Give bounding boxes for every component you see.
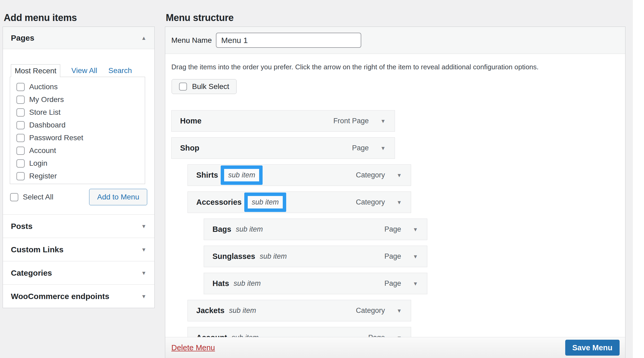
sub-item-label: sub item <box>234 279 261 288</box>
menu-item-type: Page <box>384 252 401 261</box>
page-label: My Orders <box>29 95 64 104</box>
chevron-down-icon[interactable]: ▼ <box>397 173 402 178</box>
page-label: Dashboard <box>29 121 66 129</box>
sidebar-section-woocommerce-endpoints[interactable]: WooCommerce endpoints ▼ <box>3 284 154 308</box>
drag-instruction-text: Drag the items into the order you prefer… <box>171 63 539 71</box>
sub-item-label: sub item <box>229 306 256 315</box>
page-label: Login <box>29 159 47 168</box>
delete-menu-link[interactable]: Delete Menu <box>171 343 215 352</box>
menu-item-type: Category <box>356 306 385 315</box>
menu-item-type: Category <box>356 171 385 179</box>
menu-item-jackets[interactable]: Jackets sub item Category ▼ <box>188 300 411 321</box>
page-checkbox-store-list[interactable] <box>16 108 25 117</box>
menu-item-type: Page <box>352 144 369 152</box>
menu-item-shirts[interactable]: Shirts sub item Category ▼ <box>188 164 411 186</box>
pages-section-body: Most Recent View All Search Auctions My … <box>3 49 154 214</box>
page-checkbox-my-orders[interactable] <box>16 96 25 104</box>
chevron-down-icon[interactable]: ▼ <box>413 254 418 259</box>
chevron-down-icon[interactable]: ▼ <box>141 247 146 252</box>
section-label: Custom Links <box>11 245 63 254</box>
page-label: Auctions <box>29 83 58 91</box>
menu-item-title: Accessories <box>196 198 242 207</box>
chevron-down-icon[interactable]: ▼ <box>380 118 386 124</box>
add-menu-items-panel: Pages ▲ Most Recent View All Search Auct… <box>3 27 155 308</box>
pages-section-header[interactable]: Pages ▲ <box>3 27 154 49</box>
chevron-down-icon[interactable]: ▼ <box>413 227 418 232</box>
page-label: Password Reset <box>29 134 83 142</box>
chevron-down-icon[interactable]: ▼ <box>141 294 146 299</box>
list-item: Dashboard <box>10 119 145 131</box>
list-item: Store List <box>10 106 145 119</box>
page-checkbox-login[interactable] <box>16 159 25 168</box>
menu-item-title: Sunglasses <box>212 252 255 261</box>
menu-item-type: Front Page <box>333 117 369 125</box>
select-all-row: Select All Add to Menu <box>10 188 147 206</box>
select-all-label: Select All <box>23 193 53 201</box>
chevron-down-icon[interactable]: ▼ <box>413 281 418 286</box>
sub-item-label: sub item <box>236 225 263 233</box>
select-all-checkbox[interactable] <box>10 193 18 201</box>
menu-name-row: Menu Name <box>165 27 625 54</box>
page-checkbox-password-reset[interactable] <box>16 134 25 142</box>
menu-item-title: Shop <box>180 144 199 152</box>
menu-item-sunglasses[interactable]: Sunglasses sub item Page ▼ <box>204 246 427 267</box>
sidebar-section-posts[interactable]: Posts ▼ <box>3 214 154 238</box>
pages-tabs: Most Recent View All Search <box>11 64 132 77</box>
section-label: Categories <box>11 268 52 278</box>
bulk-select-checkbox[interactable] <box>179 83 187 91</box>
list-item: Login <box>10 157 145 170</box>
window-edge-strip <box>633 0 644 358</box>
menu-item-title: Bags <box>212 225 231 234</box>
tab-search[interactable]: Search <box>108 64 132 77</box>
sub-item-highlight-badge: sub item <box>221 165 263 185</box>
section-label: WooCommerce endpoints <box>11 292 109 301</box>
menu-name-input[interactable] <box>216 33 361 48</box>
list-item: Auctions <box>10 80 145 93</box>
menu-item-accessories[interactable]: Accessories sub item Category ▼ <box>188 191 411 213</box>
page-checkbox-account[interactable] <box>16 147 25 155</box>
list-item: My Orders <box>10 93 145 106</box>
menu-item-hats[interactable]: Hats sub item Page ▼ <box>204 273 427 294</box>
menu-item-type: Category <box>356 198 385 206</box>
chevron-down-icon[interactable]: ▼ <box>397 200 402 205</box>
menu-name-label: Menu Name <box>171 27 212 54</box>
add-to-menu-button[interactable]: Add to Menu <box>89 189 147 205</box>
footer-actions-bar: Delete Menu Save Menu <box>165 337 625 358</box>
page-checkbox-list: Auctions My Orders Store List Dashboard … <box>10 77 145 184</box>
page-checkbox-dashboard[interactable] <box>16 121 25 129</box>
tab-view-all[interactable]: View All <box>71 64 97 77</box>
sidebar-section-categories[interactable]: Categories ▼ <box>3 261 154 284</box>
menu-item-title: Jackets <box>196 306 224 315</box>
chevron-down-icon[interactable]: ▼ <box>397 308 402 313</box>
menu-item-bags[interactable]: Bags sub item Page ▼ <box>204 219 427 240</box>
bulk-select-label: Bulk Select <box>192 82 229 91</box>
list-item: Register <box>10 170 145 182</box>
chevron-down-icon[interactable]: ▼ <box>141 224 146 229</box>
chevron-down-icon[interactable]: ▼ <box>141 270 146 276</box>
chevron-up-icon[interactable]: ▲ <box>141 35 146 41</box>
sidebar-section-custom-links[interactable]: Custom Links ▼ <box>3 238 154 261</box>
menu-item-type: Page <box>384 279 401 288</box>
bulk-select-control[interactable]: Bulk Select <box>172 79 237 94</box>
tab-most-recent[interactable]: Most Recent <box>11 64 60 77</box>
menu-item-shop[interactable]: Shop Page ▼ <box>171 137 395 159</box>
page-checkbox-auctions[interactable] <box>16 83 25 91</box>
page-checkbox-register[interactable] <box>16 172 25 180</box>
add-menu-items-heading: Add menu items <box>4 12 77 23</box>
menu-item-title: Hats <box>212 279 229 288</box>
save-menu-button[interactable]: Save Menu <box>565 340 620 356</box>
section-label: Posts <box>11 222 33 231</box>
page-label: Account <box>29 146 56 155</box>
chevron-down-icon[interactable]: ▼ <box>380 146 386 151</box>
page-label: Store List <box>29 108 60 117</box>
menu-item-title: Shirts <box>196 171 218 180</box>
sub-item-highlight-badge: sub item <box>244 193 286 212</box>
list-item: Password Reset <box>10 131 145 144</box>
menu-structure-heading: Menu structure <box>166 12 234 23</box>
menu-structure-panel: Menu Name Drag the items into the order … <box>165 27 625 358</box>
menu-item-home[interactable]: Home Front Page ▼ <box>171 110 395 132</box>
page-label: Register <box>29 172 57 180</box>
menu-item-title: Home <box>180 117 202 125</box>
menu-item-type: Page <box>384 225 401 233</box>
sub-item-label: sub item <box>260 252 287 261</box>
